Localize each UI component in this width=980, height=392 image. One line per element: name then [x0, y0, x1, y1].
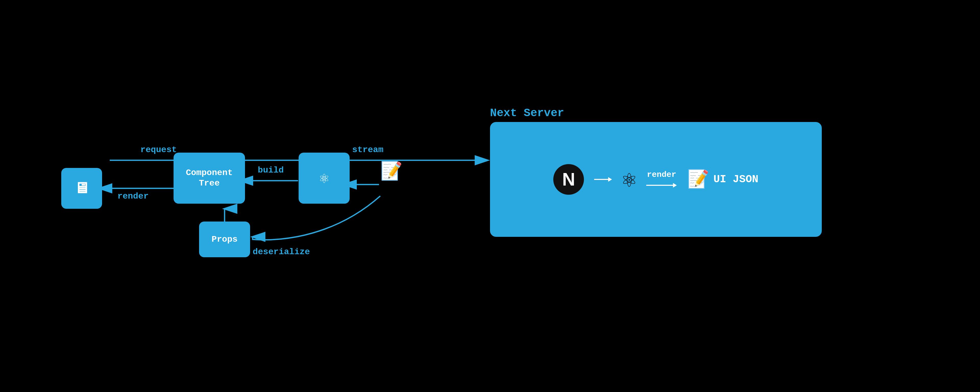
build-label: build [258, 166, 284, 175]
monitor-icon: 🖥 [74, 179, 89, 198]
render-server-label: render [647, 170, 676, 179]
next-server-inner: N ⚛ render 📝 UI JSON [553, 164, 759, 195]
server-react-icon: ⚛ [622, 166, 636, 194]
diagram-container: 🖥 Component Tree Props ⚛ 📝 request rende… [30, 43, 950, 349]
next-server-label: Next Server [490, 107, 564, 120]
react-client-icon: ⚛ [320, 169, 329, 188]
svg-marker-9 [608, 177, 612, 182]
stream-label: stream [352, 145, 383, 155]
monitor-box: 🖥 [61, 168, 102, 209]
ui-json-label: UI JSON [713, 173, 758, 186]
svg-marker-11 [673, 183, 677, 188]
deserialize-label: deserialize [253, 247, 310, 257]
request-label: request [140, 145, 177, 155]
props-label: Props [212, 234, 238, 244]
render-client-label: render [118, 191, 148, 201]
ui-json-display: 📝 UI JSON [687, 169, 758, 190]
component-tree-box: Component Tree [173, 153, 245, 204]
props-box: Props [199, 221, 250, 257]
component-tree-label: Component Tree [186, 168, 233, 189]
server-render-arrow [646, 182, 677, 189]
server-arrow-1 [594, 175, 612, 183]
stream-icon: 📝 [380, 160, 402, 182]
next-server-container: N ⚛ render 📝 UI JSON [490, 122, 822, 237]
ui-json-icon: 📝 [687, 169, 709, 190]
react-client-box: ⚛ [299, 153, 350, 204]
next-n-circle: N [553, 164, 584, 195]
